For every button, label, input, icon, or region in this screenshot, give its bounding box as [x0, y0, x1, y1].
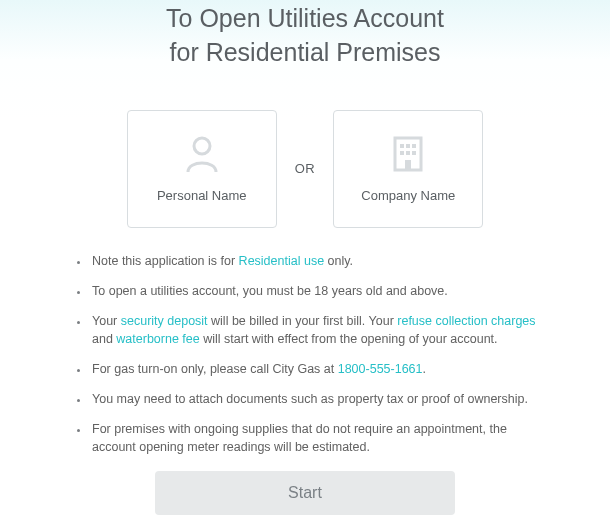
person-icon	[185, 134, 219, 174]
svg-point-0	[194, 138, 210, 154]
refuse-charges-link[interactable]: refuse collection charges	[397, 314, 535, 328]
note-item: Your security deposit will be billed in …	[90, 312, 536, 348]
notes-list: Note this application is for Residential…	[20, 252, 590, 457]
note-item: For premises with ongoing supplies that …	[90, 420, 536, 456]
start-button[interactable]: Start	[155, 471, 455, 515]
svg-rect-8	[405, 160, 411, 170]
note-item: To open a utilities account, you must be…	[90, 282, 536, 300]
svg-rect-2	[400, 144, 404, 148]
company-card[interactable]: Company Name	[333, 110, 483, 228]
building-icon	[391, 134, 425, 174]
note-item: For gas turn-on only, please call City G…	[90, 360, 536, 378]
note-item: Note this application is for Residential…	[90, 252, 536, 270]
city-gas-phone-link[interactable]: 1800-555-1661	[338, 362, 423, 376]
personal-card[interactable]: Personal Name	[127, 110, 277, 228]
note-item: You may need to attach documents such as…	[90, 390, 536, 408]
waterborne-fee-link[interactable]: waterborne fee	[116, 332, 199, 346]
personal-label: Personal Name	[157, 188, 247, 203]
title-line-2: for Residential Premises	[170, 38, 441, 66]
residential-use-link[interactable]: Residential use	[239, 254, 324, 268]
svg-rect-7	[412, 151, 416, 155]
page-title: To Open Utilities Account for Residentia…	[20, 0, 590, 70]
svg-rect-6	[406, 151, 410, 155]
svg-rect-4	[412, 144, 416, 148]
account-type-selector: Personal Name OR Company Name	[20, 110, 590, 228]
or-divider: OR	[295, 161, 316, 176]
company-label: Company Name	[361, 188, 455, 203]
security-deposit-link[interactable]: security deposit	[121, 314, 208, 328]
title-line-1: To Open Utilities Account	[166, 4, 444, 32]
svg-rect-3	[406, 144, 410, 148]
svg-rect-5	[400, 151, 404, 155]
